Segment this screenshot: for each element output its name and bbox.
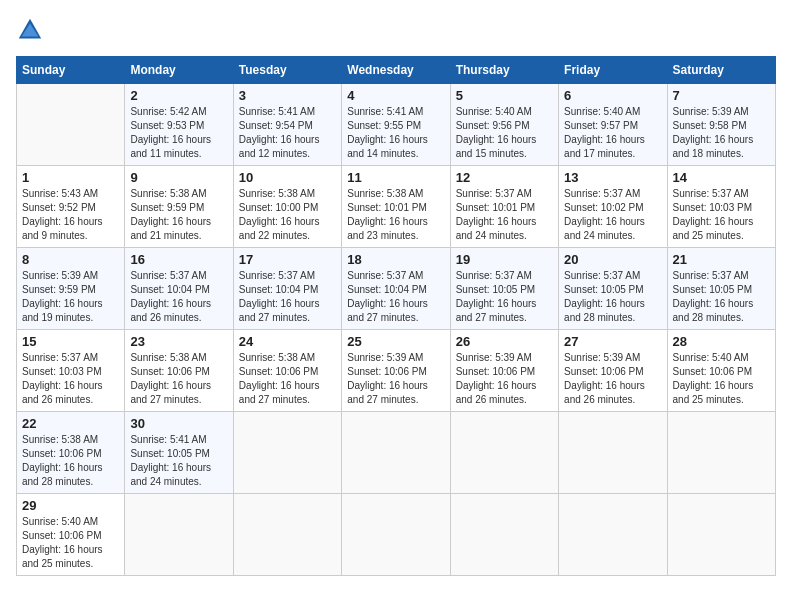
calendar-cell [559,494,667,576]
day-number: 8 [22,252,119,267]
calendar-cell [559,412,667,494]
calendar-cell [667,412,775,494]
header-tuesday: Tuesday [233,57,341,84]
page-header [16,16,776,44]
day-info: Sunrise: 5:43 AM Sunset: 9:52 PM Dayligh… [22,187,119,243]
header-wednesday: Wednesday [342,57,450,84]
day-info: Sunrise: 5:40 AM Sunset: 10:06 PM Daylig… [673,351,770,407]
header-thursday: Thursday [450,57,558,84]
logo-icon [16,16,44,44]
calendar-cell: 30Sunrise: 5:41 AM Sunset: 10:05 PM Dayl… [125,412,233,494]
calendar-cell [342,494,450,576]
day-number: 3 [239,88,336,103]
calendar-cell: 19Sunrise: 5:37 AM Sunset: 10:05 PM Dayl… [450,248,558,330]
calendar-cell: 22Sunrise: 5:38 AM Sunset: 10:06 PM Dayl… [17,412,125,494]
calendar-cell [667,494,775,576]
day-number: 29 [22,498,119,513]
calendar-header-row: SundayMondayTuesdayWednesdayThursdayFrid… [17,57,776,84]
day-info: Sunrise: 5:37 AM Sunset: 10:03 PM Daylig… [22,351,119,407]
calendar-cell: 21Sunrise: 5:37 AM Sunset: 10:05 PM Dayl… [667,248,775,330]
day-number: 14 [673,170,770,185]
day-info: Sunrise: 5:37 AM Sunset: 10:05 PM Daylig… [456,269,553,325]
calendar-cell: 9Sunrise: 5:38 AM Sunset: 9:59 PM Daylig… [125,166,233,248]
calendar-cell: 6Sunrise: 5:40 AM Sunset: 9:57 PM Daylig… [559,84,667,166]
day-number: 11 [347,170,444,185]
day-number: 19 [456,252,553,267]
day-number: 2 [130,88,227,103]
calendar-cell: 11Sunrise: 5:38 AM Sunset: 10:01 PM Dayl… [342,166,450,248]
logo [16,16,48,44]
day-number: 20 [564,252,661,267]
calendar-cell [342,412,450,494]
header-friday: Friday [559,57,667,84]
day-number: 18 [347,252,444,267]
day-info: Sunrise: 5:37 AM Sunset: 10:05 PM Daylig… [564,269,661,325]
day-number: 16 [130,252,227,267]
day-info: Sunrise: 5:41 AM Sunset: 9:55 PM Dayligh… [347,105,444,161]
day-number: 22 [22,416,119,431]
calendar-cell: 2Sunrise: 5:42 AM Sunset: 9:53 PM Daylig… [125,84,233,166]
day-number: 28 [673,334,770,349]
calendar-cell [233,412,341,494]
day-info: Sunrise: 5:37 AM Sunset: 10:01 PM Daylig… [456,187,553,243]
day-info: Sunrise: 5:37 AM Sunset: 10:05 PM Daylig… [673,269,770,325]
calendar-cell: 18Sunrise: 5:37 AM Sunset: 10:04 PM Dayl… [342,248,450,330]
calendar-cell: 10Sunrise: 5:38 AM Sunset: 10:00 PM Dayl… [233,166,341,248]
header-sunday: Sunday [17,57,125,84]
calendar-cell: 14Sunrise: 5:37 AM Sunset: 10:03 PM Dayl… [667,166,775,248]
header-monday: Monday [125,57,233,84]
day-number: 9 [130,170,227,185]
day-info: Sunrise: 5:40 AM Sunset: 9:57 PM Dayligh… [564,105,661,161]
calendar-week-row: 15Sunrise: 5:37 AM Sunset: 10:03 PM Dayl… [17,330,776,412]
day-info: Sunrise: 5:37 AM Sunset: 10:04 PM Daylig… [130,269,227,325]
day-info: Sunrise: 5:38 AM Sunset: 9:59 PM Dayligh… [130,187,227,243]
calendar-cell: 15Sunrise: 5:37 AM Sunset: 10:03 PM Dayl… [17,330,125,412]
day-info: Sunrise: 5:38 AM Sunset: 10:00 PM Daylig… [239,187,336,243]
calendar-week-row: 8Sunrise: 5:39 AM Sunset: 9:59 PM Daylig… [17,248,776,330]
day-info: Sunrise: 5:39 AM Sunset: 9:58 PM Dayligh… [673,105,770,161]
calendar-cell [450,494,558,576]
day-info: Sunrise: 5:42 AM Sunset: 9:53 PM Dayligh… [130,105,227,161]
day-number: 26 [456,334,553,349]
day-number: 17 [239,252,336,267]
day-info: Sunrise: 5:39 AM Sunset: 10:06 PM Daylig… [456,351,553,407]
calendar-cell: 25Sunrise: 5:39 AM Sunset: 10:06 PM Dayl… [342,330,450,412]
day-info: Sunrise: 5:38 AM Sunset: 10:06 PM Daylig… [22,433,119,489]
day-info: Sunrise: 5:41 AM Sunset: 10:05 PM Daylig… [130,433,227,489]
header-saturday: Saturday [667,57,775,84]
calendar-cell: 27Sunrise: 5:39 AM Sunset: 10:06 PM Dayl… [559,330,667,412]
day-info: Sunrise: 5:37 AM Sunset: 10:03 PM Daylig… [673,187,770,243]
day-number: 4 [347,88,444,103]
calendar-cell: 23Sunrise: 5:38 AM Sunset: 10:06 PM Dayl… [125,330,233,412]
day-number: 21 [673,252,770,267]
day-number: 7 [673,88,770,103]
day-number: 25 [347,334,444,349]
calendar-week-row: 29Sunrise: 5:40 AM Sunset: 10:06 PM Dayl… [17,494,776,576]
day-number: 24 [239,334,336,349]
calendar-cell: 3Sunrise: 5:41 AM Sunset: 9:54 PM Daylig… [233,84,341,166]
day-info: Sunrise: 5:40 AM Sunset: 10:06 PM Daylig… [22,515,119,571]
day-info: Sunrise: 5:37 AM Sunset: 10:02 PM Daylig… [564,187,661,243]
day-number: 10 [239,170,336,185]
day-info: Sunrise: 5:37 AM Sunset: 10:04 PM Daylig… [239,269,336,325]
calendar-cell: 24Sunrise: 5:38 AM Sunset: 10:06 PM Dayl… [233,330,341,412]
day-number: 23 [130,334,227,349]
calendar-cell: 17Sunrise: 5:37 AM Sunset: 10:04 PM Dayl… [233,248,341,330]
day-number: 12 [456,170,553,185]
day-number: 15 [22,334,119,349]
day-number: 13 [564,170,661,185]
day-number: 1 [22,170,119,185]
day-number: 6 [564,88,661,103]
calendar-cell: 29Sunrise: 5:40 AM Sunset: 10:06 PM Dayl… [17,494,125,576]
calendar-cell: 26Sunrise: 5:39 AM Sunset: 10:06 PM Dayl… [450,330,558,412]
day-info: Sunrise: 5:38 AM Sunset: 10:06 PM Daylig… [239,351,336,407]
day-info: Sunrise: 5:39 AM Sunset: 10:06 PM Daylig… [564,351,661,407]
day-number: 5 [456,88,553,103]
calendar-week-row: 2Sunrise: 5:42 AM Sunset: 9:53 PM Daylig… [17,84,776,166]
calendar-cell: 5Sunrise: 5:40 AM Sunset: 9:56 PM Daylig… [450,84,558,166]
calendar-week-row: 22Sunrise: 5:38 AM Sunset: 10:06 PM Dayl… [17,412,776,494]
calendar-cell: 28Sunrise: 5:40 AM Sunset: 10:06 PM Dayl… [667,330,775,412]
day-number: 30 [130,416,227,431]
calendar-cell: 13Sunrise: 5:37 AM Sunset: 10:02 PM Dayl… [559,166,667,248]
day-number: 27 [564,334,661,349]
